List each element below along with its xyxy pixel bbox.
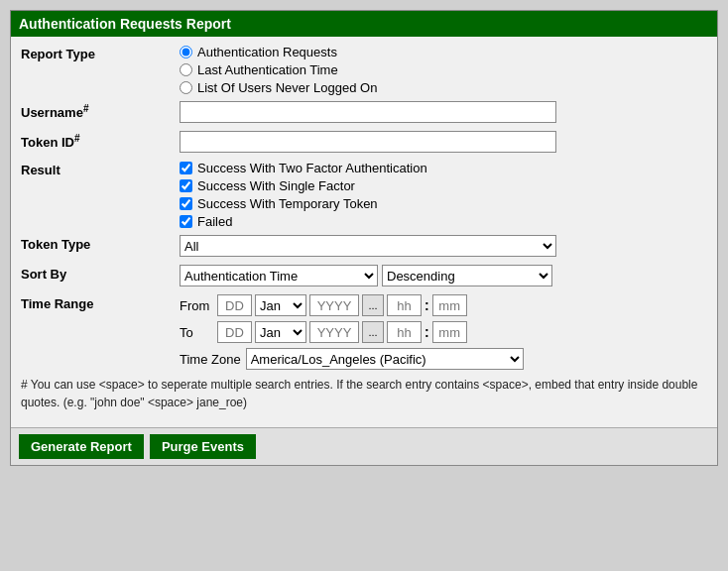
result-label: Result (21, 161, 180, 177)
token-type-label: Token Type (21, 235, 180, 252)
note-text: # You can use <space> to seperate multip… (21, 376, 707, 411)
radio-auth-requests[interactable]: Authentication Requests (180, 45, 707, 59)
radio-never-logged-label: List Of Users Never Logged On (197, 80, 377, 95)
cb-single-factor-input[interactable] (180, 179, 192, 192)
cb-temp-token-input[interactable] (180, 197, 192, 210)
purge-events-button[interactable]: Purge Events (150, 434, 256, 459)
username-label: Username# (21, 101, 180, 120)
from-colon: : (425, 297, 429, 313)
timezone-label: Time Zone (180, 352, 241, 367)
from-calendar-button[interactable]: ... (362, 294, 384, 316)
header-title: Authentication Requests Report (19, 16, 231, 32)
radio-never-logged[interactable]: List Of Users Never Logged On (180, 80, 707, 95)
time-to-row: To JanFebMar AprMayJun JulAugSep OctNovD… (180, 321, 707, 343)
timezone-row: Time Zone America/Los_Angeles (Pacific) … (180, 348, 707, 370)
sort-field-select[interactable]: Authentication Time Username Token ID (180, 265, 378, 286)
time-range-section: From JanFebMar AprMayJun JulAugSep OctNo… (180, 294, 707, 370)
radio-last-auth-time-input[interactable] (180, 63, 192, 76)
cb-temp-token-label: Success With Temporary Token (197, 196, 378, 211)
token-type-select[interactable]: All (180, 235, 556, 257)
from-yyyy-input[interactable] (309, 294, 359, 316)
radio-last-auth-time[interactable]: Last Authentication Time (180, 62, 707, 77)
report-type-row: Report Type Authentication Requests Last… (21, 45, 707, 95)
report-type-options: Authentication Requests Last Authenticat… (180, 45, 707, 95)
from-label: From (180, 298, 214, 313)
form-body: Report Type Authentication Requests Last… (11, 37, 717, 427)
username-input[interactable] (180, 101, 556, 123)
sort-by-label: Sort By (21, 265, 180, 282)
page-header: Authentication Requests Report (11, 11, 717, 37)
to-month-select[interactable]: JanFebMar AprMayJun JulAugSep OctNovDec (255, 321, 306, 343)
to-colon: : (425, 324, 429, 340)
sort-order-select[interactable]: Descending Ascending (382, 265, 552, 286)
time-range-row: Time Range From JanFebMar AprMayJun JulA… (21, 294, 707, 370)
token-type-row: Token Type All (21, 235, 707, 259)
username-row: Username# (21, 101, 707, 125)
sort-by-content: Authentication Time Username Token ID De… (180, 265, 707, 286)
result-row: Result Success With Two Factor Authentic… (21, 161, 707, 229)
to-label: To (180, 325, 214, 340)
radio-never-logged-input[interactable] (180, 81, 192, 94)
to-mm-input[interactable] (432, 321, 467, 343)
cb-two-factor-label: Success With Two Factor Authentication (197, 161, 427, 175)
generate-report-button[interactable]: Generate Report (19, 434, 144, 459)
username-content (180, 101, 707, 123)
time-range-label: Time Range (21, 294, 180, 311)
radio-auth-requests-input[interactable] (180, 46, 192, 58)
radio-auth-requests-label: Authentication Requests (197, 45, 337, 59)
token-id-label: Token ID# (21, 131, 180, 150)
time-range-content: From JanFebMar AprMayJun JulAugSep OctNo… (180, 294, 707, 370)
time-from-row: From JanFebMar AprMayJun JulAugSep OctNo… (180, 294, 707, 316)
main-container: Authentication Requests Report Report Ty… (10, 10, 718, 466)
token-id-input[interactable] (180, 131, 556, 153)
result-options: Success With Two Factor Authentication S… (180, 161, 707, 229)
to-hh-input[interactable] (387, 321, 422, 343)
from-hh-input[interactable] (387, 294, 422, 316)
cb-two-factor-input[interactable] (180, 162, 192, 174)
cb-single-factor[interactable]: Success With Single Factor (180, 178, 707, 193)
token-type-content: All (180, 235, 707, 257)
sort-by-row: Sort By Authentication Time Username Tok… (21, 265, 707, 288)
cb-two-factor[interactable]: Success With Two Factor Authentication (180, 161, 707, 175)
sort-selects: Authentication Time Username Token ID De… (180, 265, 707, 286)
cb-failed-label: Failed (197, 214, 232, 229)
cb-failed[interactable]: Failed (180, 214, 707, 229)
report-type-label: Report Type (21, 45, 180, 61)
timezone-select[interactable]: America/Los_Angeles (Pacific) America/Ne… (246, 348, 524, 370)
radio-last-auth-time-label: Last Authentication Time (197, 62, 338, 77)
to-dd-input[interactable] (217, 321, 252, 343)
to-yyyy-input[interactable] (309, 321, 359, 343)
cb-failed-input[interactable] (180, 215, 192, 228)
button-row: Generate Report Purge Events (11, 427, 717, 465)
cb-single-factor-label: Success With Single Factor (197, 178, 355, 193)
from-mm-input[interactable] (432, 294, 467, 316)
token-id-content (180, 131, 707, 153)
to-calendar-button[interactable]: ... (362, 321, 384, 343)
from-month-select[interactable]: JanFebMar AprMayJun JulAugSep OctNovDec (255, 294, 306, 316)
cb-temp-token[interactable]: Success With Temporary Token (180, 196, 707, 211)
from-dd-input[interactable] (217, 294, 252, 316)
token-id-row: Token ID# (21, 131, 707, 155)
